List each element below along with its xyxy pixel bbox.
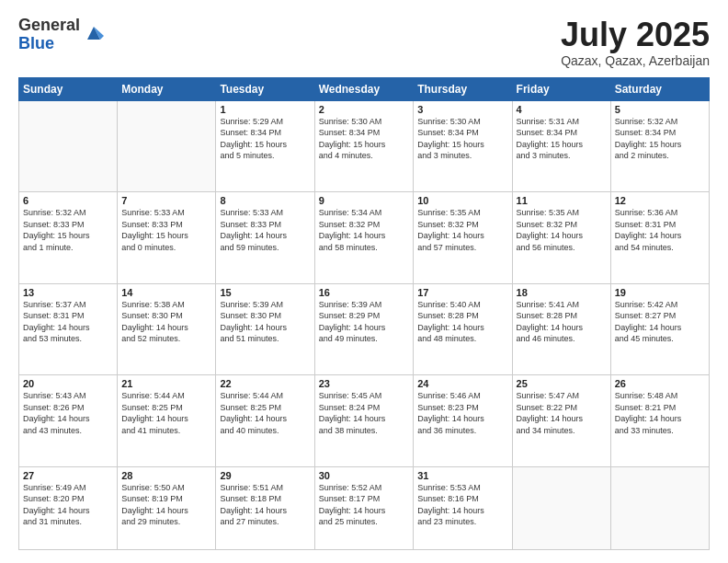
day-info: Sunrise: 5:29 AM Sunset: 8:34 PM Dayligh… xyxy=(220,116,310,162)
day-info: Sunrise: 5:50 AM Sunset: 8:19 PM Dayligh… xyxy=(121,482,211,528)
table-row: 28Sunrise: 5:50 AM Sunset: 8:19 PM Dayli… xyxy=(118,466,216,549)
day-info: Sunrise: 5:51 AM Sunset: 8:18 PM Dayligh… xyxy=(220,482,310,528)
header-tuesday: Tuesday xyxy=(216,77,314,100)
day-number: 22 xyxy=(220,378,310,389)
table-row: 14Sunrise: 5:38 AM Sunset: 8:30 PM Dayli… xyxy=(118,283,216,374)
table-row: 12Sunrise: 5:36 AM Sunset: 8:31 PM Dayli… xyxy=(610,192,709,283)
table-row: 9Sunrise: 5:34 AM Sunset: 8:32 PM Daylig… xyxy=(314,192,414,283)
day-info: Sunrise: 5:33 AM Sunset: 8:33 PM Dayligh… xyxy=(121,207,211,253)
table-row: 4Sunrise: 5:31 AM Sunset: 8:34 PM Daylig… xyxy=(512,100,610,191)
day-number: 20 xyxy=(23,378,113,389)
table-row xyxy=(118,100,216,191)
calendar-header-row: Sunday Monday Tuesday Wednesday Thursday… xyxy=(19,77,710,100)
table-row: 5Sunrise: 5:32 AM Sunset: 8:34 PM Daylig… xyxy=(610,100,709,191)
header-thursday: Thursday xyxy=(414,77,512,100)
table-row: 1Sunrise: 5:29 AM Sunset: 8:34 PM Daylig… xyxy=(216,100,314,191)
table-row: 29Sunrise: 5:51 AM Sunset: 8:18 PM Dayli… xyxy=(216,466,314,549)
table-row: 2Sunrise: 5:30 AM Sunset: 8:34 PM Daylig… xyxy=(314,100,414,191)
day-number: 29 xyxy=(220,470,310,481)
day-number: 14 xyxy=(121,287,211,298)
day-info: Sunrise: 5:46 AM Sunset: 8:23 PM Dayligh… xyxy=(417,390,507,436)
day-number: 18 xyxy=(517,287,607,298)
day-number: 19 xyxy=(615,287,705,298)
day-info: Sunrise: 5:31 AM Sunset: 8:34 PM Dayligh… xyxy=(517,116,607,162)
table-row: 31Sunrise: 5:53 AM Sunset: 8:16 PM Dayli… xyxy=(414,466,512,549)
table-row xyxy=(610,466,709,549)
day-info: Sunrise: 5:30 AM Sunset: 8:34 PM Dayligh… xyxy=(319,116,410,162)
day-info: Sunrise: 5:47 AM Sunset: 8:22 PM Dayligh… xyxy=(517,390,607,436)
table-row: 22Sunrise: 5:44 AM Sunset: 8:25 PM Dayli… xyxy=(216,375,314,466)
day-number: 3 xyxy=(417,104,507,115)
day-info: Sunrise: 5:39 AM Sunset: 8:29 PM Dayligh… xyxy=(319,299,410,345)
day-number: 7 xyxy=(121,195,211,206)
table-row: 6Sunrise: 5:32 AM Sunset: 8:33 PM Daylig… xyxy=(19,192,118,283)
day-number: 17 xyxy=(417,287,507,298)
day-info: Sunrise: 5:49 AM Sunset: 8:20 PM Dayligh… xyxy=(23,482,113,528)
table-row: 20Sunrise: 5:43 AM Sunset: 8:26 PM Dayli… xyxy=(19,375,118,466)
table-row: 27Sunrise: 5:49 AM Sunset: 8:20 PM Dayli… xyxy=(19,466,118,549)
logo-general: General xyxy=(18,17,80,35)
day-number: 5 xyxy=(615,104,705,115)
day-number: 23 xyxy=(319,378,410,389)
day-number: 11 xyxy=(517,195,607,206)
table-row xyxy=(19,100,118,191)
day-info: Sunrise: 5:38 AM Sunset: 8:30 PM Dayligh… xyxy=(121,299,211,345)
day-info: Sunrise: 5:52 AM Sunset: 8:17 PM Dayligh… xyxy=(319,482,410,528)
logo-blue: Blue xyxy=(18,35,80,53)
day-number: 15 xyxy=(220,287,310,298)
day-info: Sunrise: 5:35 AM Sunset: 8:32 PM Dayligh… xyxy=(417,207,507,253)
table-row: 26Sunrise: 5:48 AM Sunset: 8:21 PM Dayli… xyxy=(610,375,709,466)
month-title: July 2025 xyxy=(561,17,710,53)
day-number: 2 xyxy=(319,104,410,115)
title-section: July 2025 Qazax, Qazax, Azerbaijan xyxy=(561,17,710,68)
table-row: 24Sunrise: 5:46 AM Sunset: 8:23 PM Dayli… xyxy=(414,375,512,466)
day-number: 24 xyxy=(417,378,507,389)
logo: General Blue xyxy=(18,17,104,53)
day-info: Sunrise: 5:39 AM Sunset: 8:30 PM Dayligh… xyxy=(220,299,310,345)
day-info: Sunrise: 5:44 AM Sunset: 8:25 PM Dayligh… xyxy=(220,390,310,436)
day-info: Sunrise: 5:40 AM Sunset: 8:28 PM Dayligh… xyxy=(417,299,507,345)
day-info: Sunrise: 5:41 AM Sunset: 8:28 PM Dayligh… xyxy=(517,299,607,345)
table-row: 19Sunrise: 5:42 AM Sunset: 8:27 PM Dayli… xyxy=(610,283,709,374)
calendar: Sunday Monday Tuesday Wednesday Thursday… xyxy=(18,77,710,550)
table-row: 17Sunrise: 5:40 AM Sunset: 8:28 PM Dayli… xyxy=(414,283,512,374)
day-info: Sunrise: 5:42 AM Sunset: 8:27 PM Dayligh… xyxy=(615,299,705,345)
table-row: 7Sunrise: 5:33 AM Sunset: 8:33 PM Daylig… xyxy=(118,192,216,283)
header-saturday: Saturday xyxy=(610,77,709,100)
day-info: Sunrise: 5:30 AM Sunset: 8:34 PM Dayligh… xyxy=(417,116,507,162)
day-info: Sunrise: 5:48 AM Sunset: 8:21 PM Dayligh… xyxy=(615,390,705,436)
day-number: 16 xyxy=(319,287,410,298)
day-number: 12 xyxy=(615,195,705,206)
day-info: Sunrise: 5:53 AM Sunset: 8:16 PM Dayligh… xyxy=(417,482,507,528)
table-row: 8Sunrise: 5:33 AM Sunset: 8:33 PM Daylig… xyxy=(216,192,314,283)
day-info: Sunrise: 5:33 AM Sunset: 8:33 PM Dayligh… xyxy=(220,207,310,253)
table-row: 16Sunrise: 5:39 AM Sunset: 8:29 PM Dayli… xyxy=(314,283,414,374)
day-number: 25 xyxy=(517,378,607,389)
day-info: Sunrise: 5:32 AM Sunset: 8:33 PM Dayligh… xyxy=(23,207,113,253)
day-number: 27 xyxy=(23,470,113,481)
day-number: 1 xyxy=(220,104,310,115)
day-number: 30 xyxy=(319,470,410,481)
table-row: 21Sunrise: 5:44 AM Sunset: 8:25 PM Dayli… xyxy=(118,375,216,466)
day-number: 28 xyxy=(121,470,211,481)
day-info: Sunrise: 5:45 AM Sunset: 8:24 PM Dayligh… xyxy=(319,390,410,436)
header-monday: Monday xyxy=(118,77,216,100)
table-row: 30Sunrise: 5:52 AM Sunset: 8:17 PM Dayli… xyxy=(314,466,414,549)
table-row: 10Sunrise: 5:35 AM Sunset: 8:32 PM Dayli… xyxy=(414,192,512,283)
day-number: 13 xyxy=(23,287,113,298)
page: General Blue July 2025 Qazax, Qazax, Aze… xyxy=(0,0,728,563)
logo-text: General Blue xyxy=(18,17,80,53)
header: General Blue July 2025 Qazax, Qazax, Aze… xyxy=(18,17,710,68)
day-number: 4 xyxy=(517,104,607,115)
table-row: 23Sunrise: 5:45 AM Sunset: 8:24 PM Dayli… xyxy=(314,375,414,466)
header-friday: Friday xyxy=(512,77,610,100)
day-info: Sunrise: 5:43 AM Sunset: 8:26 PM Dayligh… xyxy=(23,390,113,436)
table-row: 13Sunrise: 5:37 AM Sunset: 8:31 PM Dayli… xyxy=(19,283,118,374)
day-number: 26 xyxy=(615,378,705,389)
day-info: Sunrise: 5:35 AM Sunset: 8:32 PM Dayligh… xyxy=(517,207,607,253)
day-info: Sunrise: 5:34 AM Sunset: 8:32 PM Dayligh… xyxy=(319,207,410,253)
table-row: 15Sunrise: 5:39 AM Sunset: 8:30 PM Dayli… xyxy=(216,283,314,374)
day-number: 8 xyxy=(220,195,310,206)
logo-icon xyxy=(84,23,104,43)
header-sunday: Sunday xyxy=(19,77,118,100)
